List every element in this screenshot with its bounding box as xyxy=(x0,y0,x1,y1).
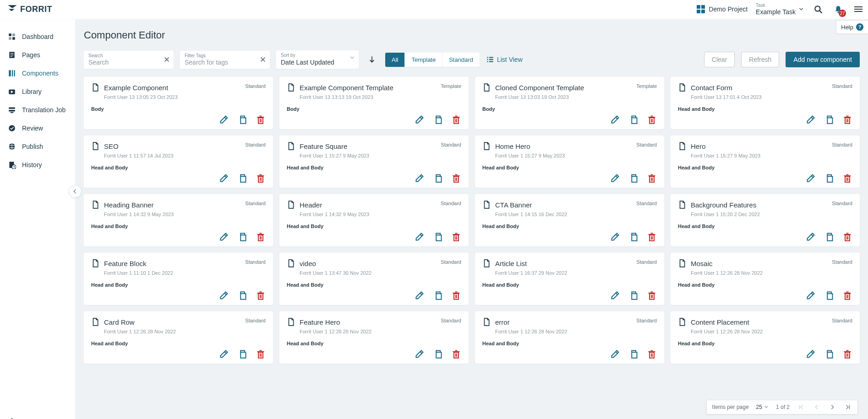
menu-button[interactable] xyxy=(852,5,864,14)
component-card[interactable]: Content PlacementStandardForrit User 1 1… xyxy=(671,311,860,364)
copy-button[interactable] xyxy=(824,173,834,183)
delete-button[interactable] xyxy=(647,290,657,300)
search-button[interactable] xyxy=(812,3,824,15)
component-card[interactable]: Feature HeroStandardForrit User 1 12:26 … xyxy=(279,311,469,364)
edit-button[interactable] xyxy=(610,173,620,183)
sidebar-item-dashboard[interactable]: Dashboard xyxy=(0,27,75,46)
sidebar-item-settings[interactable]: Settings xyxy=(0,413,75,419)
delete-button[interactable] xyxy=(256,114,266,125)
first-page-button[interactable] xyxy=(797,403,805,411)
sidebar-item-pages[interactable]: Pages xyxy=(0,46,75,64)
delete-button[interactable] xyxy=(647,232,657,242)
delete-button[interactable] xyxy=(647,173,657,183)
edit-button[interactable] xyxy=(415,349,425,359)
component-card[interactable]: videoStandardForrit User 1 13:47 30 Nov … xyxy=(279,253,469,305)
notifications-button[interactable]: 27 xyxy=(832,3,844,15)
edit-button[interactable] xyxy=(219,349,229,359)
copy-button[interactable] xyxy=(628,173,639,183)
component-card[interactable]: Home HeroStandardForrit User 1 15:27 9 M… xyxy=(475,136,664,188)
copy-button[interactable] xyxy=(237,349,247,359)
help-button[interactable]: Help ? xyxy=(836,20,868,34)
component-card[interactable]: errorStandardForrit User 1 12:26 28 Nov … xyxy=(475,311,664,364)
edit-button[interactable] xyxy=(806,349,816,359)
delete-button[interactable] xyxy=(647,114,657,125)
edit-button[interactable] xyxy=(415,173,425,183)
delete-button[interactable] xyxy=(647,349,657,359)
sidebar-collapse-button[interactable] xyxy=(69,185,82,198)
edit-button[interactable] xyxy=(806,114,816,125)
edit-button[interactable] xyxy=(415,114,425,125)
component-card[interactable]: Feature BlockStandardForrit User 1 11:10… xyxy=(84,253,273,305)
sidebar-item-history[interactable]: History xyxy=(0,156,75,174)
delete-button[interactable] xyxy=(256,349,266,359)
edit-button[interactable] xyxy=(806,232,816,242)
prev-page-button[interactable] xyxy=(813,403,821,411)
component-card[interactable]: MosaicStandardForrit User 1 12:26 28 Nov… xyxy=(671,253,860,305)
copy-button[interactable] xyxy=(433,349,443,359)
component-card[interactable]: Card RowStandardForrit User 1 12:26 28 N… xyxy=(84,311,273,364)
delete-button[interactable] xyxy=(842,349,852,359)
filter-tags-field[interactable]: Filter Tags xyxy=(180,51,270,69)
sidebar-item-translation[interactable]: Translation Job xyxy=(0,101,75,119)
sort-direction-button[interactable] xyxy=(365,53,379,66)
brand-logo[interactable]: FORRIT xyxy=(6,4,52,16)
copy-button[interactable] xyxy=(824,114,834,125)
component-card[interactable]: Cloned Component TemplateTemplateForrit … xyxy=(475,77,664,129)
component-card[interactable]: SEOStandardForrit User 1 11:57 14 Jul 20… xyxy=(84,136,273,188)
sidebar-item-review[interactable]: Review xyxy=(0,119,75,137)
copy-button[interactable] xyxy=(237,114,247,125)
task-picker[interactable]: Task Example Task xyxy=(756,3,804,16)
delete-button[interactable] xyxy=(451,349,461,359)
delete-button[interactable] xyxy=(842,232,852,242)
edit-button[interactable] xyxy=(415,232,425,242)
clear-search-icon[interactable] xyxy=(164,56,170,63)
delete-button[interactable] xyxy=(451,290,461,300)
copy-button[interactable] xyxy=(628,349,639,359)
copy-button[interactable] xyxy=(824,232,834,242)
copy-button[interactable] xyxy=(237,173,247,183)
edit-button[interactable] xyxy=(219,114,229,125)
copy-button[interactable] xyxy=(433,114,443,125)
component-card[interactable]: Example ComponentStandardForrit User 13 … xyxy=(84,77,273,129)
component-card[interactable]: HeaderStandardForrit User 1 14:32 9 May … xyxy=(279,194,469,246)
add-component-button[interactable]: Add new component xyxy=(786,52,860,67)
segment-all[interactable]: All xyxy=(385,53,405,67)
edit-button[interactable] xyxy=(610,114,620,125)
edit-button[interactable] xyxy=(610,349,620,359)
edit-button[interactable] xyxy=(219,290,229,300)
copy-button[interactable] xyxy=(433,290,443,300)
segment-standard[interactable]: Standard xyxy=(442,53,480,67)
delete-button[interactable] xyxy=(256,290,266,300)
component-card[interactable]: Contact FormStandardForrit User 13 17:01… xyxy=(671,77,860,129)
edit-button[interactable] xyxy=(610,232,620,242)
copy-button[interactable] xyxy=(433,173,443,183)
search-field[interactable]: Search xyxy=(84,51,174,69)
delete-button[interactable] xyxy=(256,173,266,183)
sidebar-item-publish[interactable]: Publish xyxy=(0,137,75,156)
sort-by-select[interactable]: Sort by Date Last Updated xyxy=(276,50,359,69)
delete-button[interactable] xyxy=(451,232,461,242)
list-view-toggle[interactable]: List View xyxy=(486,55,523,64)
clear-button[interactable]: Clear xyxy=(704,52,735,67)
edit-button[interactable] xyxy=(806,290,816,300)
delete-button[interactable] xyxy=(842,290,852,300)
edit-button[interactable] xyxy=(610,290,620,300)
component-card[interactable]: Heading BannerStandardForrit User 1 14:3… xyxy=(84,194,273,246)
delete-button[interactable] xyxy=(842,114,852,125)
delete-button[interactable] xyxy=(451,114,461,125)
component-card[interactable]: Feature SquareStandardForrit User 1 15:2… xyxy=(279,136,469,188)
copy-button[interactable] xyxy=(433,232,443,242)
delete-button[interactable] xyxy=(256,232,266,242)
copy-button[interactable] xyxy=(824,349,834,359)
next-page-button[interactable] xyxy=(828,403,836,411)
copy-button[interactable] xyxy=(237,290,247,300)
sidebar-item-library[interactable]: Library xyxy=(0,82,75,101)
filter-tags-input[interactable] xyxy=(185,59,265,66)
component-card[interactable]: CTA BannerStandardForrit User 1 14:15 16… xyxy=(475,194,664,246)
refresh-button[interactable]: Refresh xyxy=(741,52,779,67)
component-card[interactable]: Example Component TemplateTemplateForrit… xyxy=(279,77,469,129)
edit-button[interactable] xyxy=(219,232,229,242)
items-per-page-select[interactable]: 25 xyxy=(756,404,769,410)
copy-button[interactable] xyxy=(628,114,639,125)
delete-button[interactable] xyxy=(842,173,852,183)
